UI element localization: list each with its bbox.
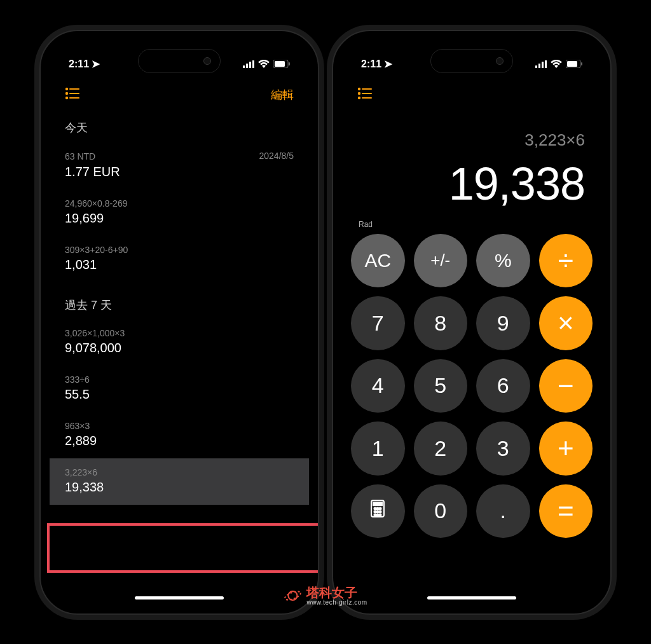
key-add[interactable]: + (539, 421, 593, 476)
history-item[interactable]: 24,960×0.8-269 19,699 (50, 189, 309, 236)
svg-rect-1 (246, 64, 248, 68)
svg-rect-5 (275, 61, 285, 67)
svg-rect-27 (373, 502, 382, 505)
history-result: 9,078,000 (65, 341, 294, 355)
key-7[interactable]: 7 (351, 296, 405, 350)
history-expr: 24,960×0.8-269 (65, 198, 294, 209)
location-arrow-icon: ➤ (384, 58, 392, 69)
watermark-url: www.tech-girlz.com (306, 599, 367, 606)
phone-left: 2:11 ➤ 編輯 今天 63 NTD2024/8/5 1.77 EUR 24,… (39, 30, 319, 615)
display-expression: 3,223×6 (359, 130, 585, 150)
history-expr: 3,223×6 (65, 467, 294, 477)
svg-point-22 (359, 92, 360, 93)
edit-button[interactable]: 編輯 (271, 87, 294, 102)
history-expr: 309×3+20-6+90 (65, 245, 294, 255)
history-list-icon[interactable] (65, 87, 80, 102)
key-6[interactable]: 6 (476, 359, 530, 413)
history-result: 1.77 EUR (65, 165, 294, 179)
svg-point-30 (380, 508, 381, 510)
svg-rect-18 (567, 61, 577, 67)
history-item[interactable]: 3,026×1,000×3 9,078,000 (50, 319, 309, 366)
history-item[interactable]: 309×3+20-6+90 1,031 (50, 236, 309, 282)
key-8[interactable]: 8 (414, 296, 468, 350)
key-multiply[interactable]: × (539, 296, 593, 350)
history-date: 2024/8/5 (259, 151, 294, 161)
svg-point-37 (288, 591, 297, 600)
svg-rect-6 (289, 62, 290, 65)
key-decimal[interactable]: . (476, 484, 530, 538)
key-divide[interactable]: ÷ (539, 234, 593, 288)
key-ac[interactable]: AC (351, 234, 405, 288)
cellular-icon (535, 60, 547, 68)
history-expr: 333÷6 (65, 374, 294, 385)
battery-icon (273, 60, 290, 68)
display-result: 19,338 (359, 158, 585, 210)
watermark-planet-icon (284, 587, 301, 605)
section-today: 今天 (50, 105, 309, 142)
battery-icon (566, 60, 582, 68)
history-item-selected[interactable]: 3,223×6 19,338 (50, 458, 309, 505)
status-time: 2:11 ➤ (69, 58, 100, 70)
key-0[interactable]: 0 (414, 484, 468, 538)
svg-point-20 (359, 88, 360, 89)
key-9[interactable]: 9 (476, 296, 530, 350)
history-expr: 63 NTD (65, 151, 95, 161)
history-item[interactable]: 333÷6 55.5 (50, 366, 309, 412)
history-result: 55.5 (65, 387, 294, 402)
wifi-icon (258, 60, 270, 68)
key-4[interactable]: 4 (351, 359, 405, 413)
svg-point-35 (377, 514, 379, 516)
section-past7: 過去 7 天 (50, 282, 309, 319)
key-subtract[interactable]: − (539, 359, 593, 413)
home-indicator[interactable] (135, 596, 224, 599)
dynamic-island (430, 49, 513, 73)
key-equals[interactable]: = (539, 484, 593, 538)
home-indicator[interactable] (427, 596, 516, 599)
status-time: 2:11 ➤ (361, 58, 392, 70)
svg-rect-3 (252, 60, 254, 68)
rad-indicator: Rad (342, 220, 601, 234)
svg-rect-19 (581, 62, 582, 65)
svg-point-34 (374, 514, 376, 516)
key-5[interactable]: 5 (414, 359, 468, 413)
svg-rect-14 (538, 64, 540, 68)
key-sign[interactable]: +/- (414, 234, 468, 288)
calc-keypad: AC +/- % ÷ 7 8 9 × 4 5 6 − 1 2 3 + (342, 234, 601, 558)
history-expr: 3,026×1,000×3 (65, 328, 294, 338)
svg-point-11 (66, 97, 67, 98)
dynamic-island (138, 49, 221, 73)
wifi-icon (551, 60, 562, 68)
watermark: 塔科女子 www.tech-girlz.com (284, 586, 367, 606)
key-1[interactable]: 1 (351, 421, 405, 476)
svg-rect-15 (542, 62, 544, 68)
svg-point-32 (377, 511, 379, 513)
calc-display: 3,223×6 19,338 (342, 105, 601, 220)
watermark-title: 塔科女子 (306, 586, 367, 599)
svg-point-7 (66, 88, 67, 89)
cellular-icon (243, 60, 254, 68)
svg-point-24 (359, 97, 360, 98)
svg-point-9 (66, 92, 67, 93)
history-list-icon[interactable] (357, 87, 373, 102)
svg-rect-0 (243, 65, 245, 68)
svg-point-31 (374, 511, 376, 513)
key-2[interactable]: 2 (414, 421, 468, 476)
svg-rect-16 (545, 60, 547, 68)
key-calculator-mode[interactable] (351, 484, 405, 538)
svg-rect-2 (249, 62, 251, 68)
history-item[interactable]: 963×3 2,889 (50, 412, 309, 458)
svg-point-36 (380, 514, 381, 516)
history-result: 19,338 (65, 480, 294, 495)
history-item[interactable]: 63 NTD2024/8/5 1.77 EUR (50, 142, 309, 189)
key-percent[interactable]: % (476, 234, 530, 288)
history-result: 2,889 (65, 434, 294, 448)
svg-point-29 (377, 508, 379, 510)
calculator-icon (368, 498, 387, 523)
history-result: 19,699 (65, 211, 294, 226)
history-result: 1,031 (65, 257, 294, 272)
history-expr: 963×3 (65, 421, 294, 431)
location-arrow-icon: ➤ (92, 58, 100, 69)
phone-right: 2:11 ➤ 3,223×6 19,338 Rad AC +/- (332, 30, 612, 615)
svg-point-33 (380, 511, 381, 513)
key-3[interactable]: 3 (476, 421, 530, 476)
